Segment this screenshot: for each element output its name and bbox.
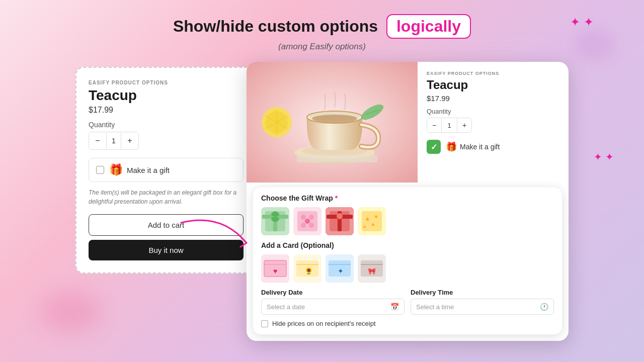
quantity-control-right: − 1 + xyxy=(427,118,472,133)
card-before-label: EASIFY PRODUCT OPTIONS xyxy=(89,80,244,85)
quantity-control-before: − 1 + xyxy=(89,132,139,150)
gift-checkbox-row-before[interactable]: 🎁 Make it a gift xyxy=(89,158,244,182)
quantity-decrease-before[interactable]: − xyxy=(89,132,106,149)
gift-wrap-title: Choose the Gift Wrap * xyxy=(261,194,554,202)
wrap-inner-2 xyxy=(293,207,321,235)
svg-text:🌻: 🌻 xyxy=(304,267,313,276)
svg-point-28 xyxy=(309,223,314,228)
quantity-label-before: Quantity xyxy=(89,121,244,129)
svg-point-26 xyxy=(309,215,314,220)
delivery-date-field: Delivery Date Select a date 📅 xyxy=(261,289,405,315)
header: Show/hide custom options logically (amon… xyxy=(0,0,644,57)
svg-text:★: ★ xyxy=(363,225,366,229)
wrap-inner-3 xyxy=(326,207,354,235)
header-subtitle: (among Easify options) xyxy=(0,42,644,52)
svg-text:★: ★ xyxy=(371,222,375,227)
delivery-time-placeholder: Select a time xyxy=(416,303,454,311)
quantity-increase-before[interactable]: + xyxy=(121,132,138,149)
gift-options-panel: Choose the Gift Wrap * xyxy=(253,187,562,335)
quantity-increase-right[interactable]: + xyxy=(457,118,471,132)
delivery-date-placeholder: Select a date xyxy=(267,303,305,311)
wrap-inner-4: ★ ★ ★ ★ xyxy=(358,207,386,235)
quantity-decrease-right[interactable]: − xyxy=(427,118,441,132)
header-highlight: logically xyxy=(386,14,471,39)
hide-prices-label: Hide prices on on recipient's receipt xyxy=(272,320,376,327)
svg-point-21 xyxy=(271,212,279,217)
svg-text:★: ★ xyxy=(365,216,370,223)
svg-point-27 xyxy=(301,223,306,228)
product-title-right: Teacup xyxy=(427,78,559,92)
gift-checkbox-before[interactable] xyxy=(96,166,104,174)
card-label-right: EASIFY PRODUCT OPTIONS xyxy=(427,71,559,76)
card-options: ♥ 🌻 ✦ xyxy=(261,254,554,283)
main-content: EASIFY PRODUCT OPTIONS Teacup $17.99 Qua… xyxy=(0,57,644,341)
gift-label-before: Make it a gift xyxy=(127,166,170,174)
wrap-option-4[interactable]: ★ ★ ★ ★ xyxy=(358,207,386,235)
gift-icon-before: 🎁 xyxy=(109,163,123,176)
gift-description-before: The item(s) will be packaged in an elega… xyxy=(89,188,244,206)
card-after-top: EASIFY PRODUCT OPTIONS Teacup $17.99 Qua… xyxy=(247,62,569,183)
check-icon: ✓ xyxy=(431,142,437,152)
calendar-icon: 📅 xyxy=(390,303,399,311)
svg-point-22 xyxy=(271,217,279,222)
svg-text:♥: ♥ xyxy=(273,267,277,275)
clock-icon: 🕐 xyxy=(540,303,548,311)
card-option-3[interactable]: ✦ xyxy=(326,254,354,283)
product-price-before: $17.99 xyxy=(89,106,244,115)
product-title-before: Teacup xyxy=(89,87,244,104)
hide-prices-checkbox[interactable] xyxy=(261,320,268,327)
wrap-option-2[interactable] xyxy=(293,207,321,235)
wrap-option-3[interactable] xyxy=(326,207,354,235)
svg-text:🎀: 🎀 xyxy=(368,267,376,276)
svg-text:★: ★ xyxy=(374,214,378,219)
arrow-svg xyxy=(171,213,272,263)
required-star: * xyxy=(333,194,338,202)
quantity-label-right: Quantity xyxy=(427,108,559,115)
card-option-2[interactable]: 🌻 xyxy=(293,254,321,283)
delivery-row: Delivery Date Select a date 📅 Delivery T… xyxy=(261,289,554,315)
header-title: Show/hide custom options xyxy=(173,17,382,35)
card-section-title: Add a Card (Optional) xyxy=(261,241,554,249)
product-image xyxy=(247,62,418,183)
wrap-options: ★ ★ ★ ★ xyxy=(261,207,554,235)
card-after: EASIFY PRODUCT OPTIONS Teacup $17.99 Qua… xyxy=(247,62,569,341)
svg-point-29 xyxy=(305,219,310,224)
svg-rect-16 xyxy=(297,155,377,162)
svg-point-13 xyxy=(312,115,357,123)
svg-text:✦: ✦ xyxy=(338,267,344,275)
svg-point-34 xyxy=(337,213,343,219)
quantity-value-right: 1 xyxy=(441,119,457,132)
delivery-time-input[interactable]: Select a time 🕐 xyxy=(411,299,554,315)
delivery-date-label: Delivery Date xyxy=(261,289,405,296)
gift-row-checked[interactable]: ✓ 🎁 Make it a gift xyxy=(427,140,559,154)
card-option-4[interactable]: 🎀 xyxy=(358,254,386,283)
gift-label-right: Make it a gift xyxy=(460,143,500,151)
delivery-date-input[interactable]: Select a date 📅 xyxy=(261,299,405,315)
quantity-value-before: 1 xyxy=(106,133,121,149)
gift-check-box: ✓ xyxy=(427,140,441,154)
hide-prices-row[interactable]: Hide prices on on recipient's receipt xyxy=(261,320,554,327)
product-price-right: $17.99 xyxy=(427,94,559,103)
gift-icon-right: 🎁 xyxy=(446,141,457,152)
delivery-time-field: Delivery Time Select a time 🕐 xyxy=(411,289,554,315)
delivery-time-label: Delivery Time xyxy=(411,289,554,296)
svg-point-25 xyxy=(301,215,306,220)
product-info-right: EASIFY PRODUCT OPTIONS Teacup $17.99 Qua… xyxy=(418,62,569,183)
